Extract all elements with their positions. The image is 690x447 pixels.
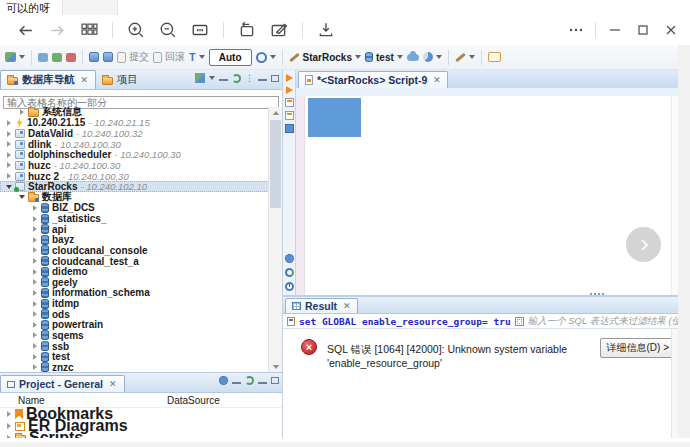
expander-icon[interactable] xyxy=(31,269,38,275)
tree-item[interactable]: bayz xyxy=(0,235,269,246)
tree-item[interactable]: ssb xyxy=(0,341,269,352)
tree-item[interactable]: 数据库 xyxy=(0,192,269,203)
expander-icon[interactable] xyxy=(31,290,38,296)
scroll-down-icon[interactable] xyxy=(269,361,282,372)
cloud-icon[interactable] xyxy=(407,54,419,61)
connection-selector[interactable]: StarRocks xyxy=(289,52,361,63)
view-menu-icon[interactable]: ⋮ xyxy=(245,73,254,83)
editor-scrollbar[interactable] xyxy=(671,96,678,295)
tab-database-navigator[interactable]: 数据库导航 ✕ xyxy=(0,70,96,89)
execute-new-tab-button[interactable] xyxy=(286,86,293,94)
navigator-scrollbar[interactable] xyxy=(268,107,282,372)
minimize-panel-icon[interactable] xyxy=(258,382,267,384)
transaction-mode-button[interactable]: T xyxy=(189,52,205,63)
sql-selected-line[interactable] xyxy=(308,98,361,137)
transaction-icon[interactable] xyxy=(89,52,99,62)
close-icon[interactable]: ✕ xyxy=(343,301,351,311)
maximize-panel-icon[interactable] xyxy=(271,75,279,82)
maximize-panel-icon[interactable] xyxy=(271,377,279,384)
tree-item[interactable]: geely xyxy=(0,277,269,288)
tree-item[interactable]: _statistics_ xyxy=(0,213,269,224)
column-datasource[interactable]: DataSource xyxy=(167,395,220,406)
details-button[interactable]: 详细信息(D) > xyxy=(600,338,677,358)
expander-icon[interactable] xyxy=(5,120,12,126)
collapse-icon[interactable] xyxy=(232,382,241,384)
rotate-icon[interactable] xyxy=(236,19,258,41)
execute-script-button[interactable] xyxy=(285,98,294,107)
expander-icon[interactable] xyxy=(31,279,38,285)
tree-item[interactable]: huzc - 10.240.100.30 xyxy=(0,160,269,171)
connect-icon[interactable] xyxy=(38,53,48,62)
history-button[interactable] xyxy=(256,52,276,63)
result-filter-bar[interactable]: set GLOBAL enable_resource_group= tru 输入… xyxy=(283,314,678,329)
splitter-handle[interactable] xyxy=(588,291,606,296)
tree-item[interactable]: StarRocks - 10.240.102.10 xyxy=(0,181,269,192)
resultset-mode-button[interactable] xyxy=(423,52,442,62)
expander-icon[interactable] xyxy=(5,173,12,179)
expander-icon[interactable] xyxy=(31,258,38,264)
clock-icon[interactable] xyxy=(285,282,294,291)
save-icon[interactable] xyxy=(315,19,337,41)
comment-bubble-icon[interactable] xyxy=(488,52,501,62)
expander-icon[interactable] xyxy=(5,423,12,429)
refresh-icon[interactable] xyxy=(232,74,241,83)
expander-icon[interactable] xyxy=(31,354,38,360)
result-scrollbar[interactable] xyxy=(671,329,678,440)
tab-projects[interactable]: 项目 xyxy=(96,71,145,89)
column-name[interactable]: Name xyxy=(0,395,167,406)
format-button[interactable] xyxy=(455,55,475,59)
gear-icon[interactable] xyxy=(285,254,294,263)
expander-icon[interactable] xyxy=(5,162,12,168)
link-editor-icon[interactable] xyxy=(195,73,205,83)
close-icon[interactable]: ✕ xyxy=(433,75,441,85)
tree-item[interactable]: test xyxy=(0,351,269,362)
scroll-up-icon[interactable] xyxy=(269,107,282,118)
tab-script-9[interactable]: *<StarRocks> Script-9 ✕ xyxy=(298,71,448,88)
expander-icon[interactable] xyxy=(31,364,38,370)
expander-icon[interactable] xyxy=(5,152,12,158)
scrollbar-thumb[interactable] xyxy=(270,120,281,208)
tree-item[interactable]: sqems xyxy=(0,330,269,341)
expander-icon[interactable] xyxy=(18,109,25,115)
tree-item[interactable]: BIZ_DCS xyxy=(0,203,269,214)
expander-icon[interactable] xyxy=(18,195,25,199)
maximize-button[interactable] xyxy=(632,19,654,41)
expander-icon[interactable] xyxy=(31,216,38,222)
editor-content[interactable] xyxy=(296,96,678,295)
zoom-in-icon[interactable] xyxy=(125,19,147,41)
expander-icon[interactable] xyxy=(31,205,38,211)
tree-item[interactable]: 系统信息 xyxy=(0,107,269,118)
disconnect-icon[interactable] xyxy=(66,53,76,62)
tab-result[interactable]: Result ✕ xyxy=(285,298,358,313)
database-selector[interactable]: test xyxy=(365,52,403,63)
explain-plan-button[interactable] xyxy=(285,111,294,120)
tree-item[interactable]: powertrain xyxy=(0,320,269,331)
chevron-down-icon[interactable] xyxy=(209,76,215,80)
collapse-all-icon[interactable] xyxy=(219,79,228,81)
reconnect-icon[interactable] xyxy=(52,53,62,62)
new-connection-button[interactable] xyxy=(5,52,25,62)
close-icon[interactable]: ✕ xyxy=(81,75,89,85)
expand-filter-icon[interactable] xyxy=(515,317,524,326)
transaction-log-icon[interactable] xyxy=(103,52,113,62)
tree-item[interactable]: znzc xyxy=(0,362,269,372)
rollback-button[interactable]: 回滚 xyxy=(153,50,185,64)
expander-icon[interactable] xyxy=(31,237,38,243)
expander-icon[interactable] xyxy=(31,332,38,338)
tree-item[interactable]: information_schema xyxy=(0,288,269,299)
expander-icon[interactable] xyxy=(31,226,38,232)
forward-button[interactable] xyxy=(46,19,68,41)
expander-icon[interactable] xyxy=(31,343,38,349)
expander-icon[interactable] xyxy=(5,141,12,147)
tree-item[interactable]: ods xyxy=(0,309,269,320)
tree-item[interactable]: dolphinscheduler - 10.240.100.30 xyxy=(0,150,269,161)
expander-icon[interactable] xyxy=(5,411,12,417)
all-photos-icon[interactable] xyxy=(78,19,100,41)
expander-icon[interactable] xyxy=(5,131,12,137)
settings-icon[interactable] xyxy=(219,376,228,385)
autocommit-select[interactable]: Auto xyxy=(209,49,252,66)
refresh-icon[interactable] xyxy=(245,376,254,385)
tree-item[interactable]: api xyxy=(0,224,269,235)
zoom-out-icon[interactable] xyxy=(157,19,179,41)
expander-icon[interactable] xyxy=(31,311,38,317)
